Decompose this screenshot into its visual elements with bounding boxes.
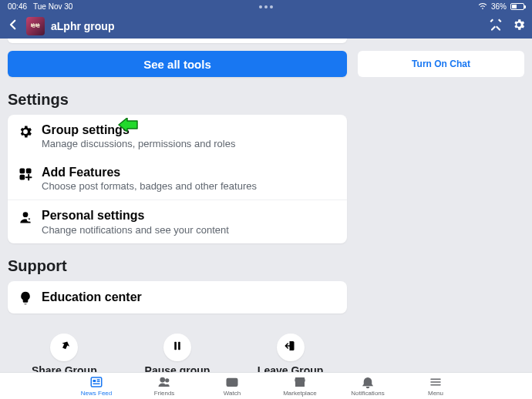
nav-watch[interactable]: Watch (209, 375, 255, 397)
svg-rect-8 (93, 380, 96, 382)
group-settings-title: Group settings (42, 122, 235, 137)
education-center-title: Education center (42, 290, 142, 304)
back-button[interactable] (6, 18, 20, 35)
nav-friends[interactable]: Friends (141, 375, 187, 397)
pause-group-button[interactable]: Pause group (131, 334, 224, 377)
svg-rect-1 (26, 169, 32, 174)
battery-pct: 36% (491, 2, 507, 11)
app-header: 哈哈 aLphr group (0, 13, 532, 39)
battery-icon (510, 3, 524, 10)
nav-marketplace-label: Marketplace (283, 390, 317, 397)
bottom-nav: News Feed Friends Watch Marketplace Noti… (0, 372, 532, 399)
add-features-title: Add Features (42, 165, 257, 179)
bell-icon (361, 375, 375, 389)
leave-group-button[interactable]: Leave Group (244, 334, 337, 377)
share-group-button[interactable]: Share Group (18, 334, 110, 377)
nav-watch-label: Watch (224, 390, 241, 397)
group-settings-subtitle: Manage discussions, permissions and role… (42, 138, 235, 149)
svg-rect-6 (178, 341, 180, 350)
svg-rect-0 (20, 169, 25, 174)
share-icon (57, 339, 71, 356)
add-features-subtitle: Choose post formats, badges and other fe… (42, 180, 257, 192)
svg-point-13 (166, 379, 169, 382)
status-time: 00:46 (8, 2, 27, 11)
add-features-icon (17, 165, 34, 182)
support-heading: Support (8, 257, 347, 275)
nav-news-feed-label: News Feed (81, 390, 112, 397)
leave-icon (284, 339, 298, 356)
wifi-icon (478, 2, 487, 12)
gear-icon (17, 122, 34, 139)
nav-menu[interactable]: Menu (412, 375, 459, 397)
nav-friends-label: Friends (154, 390, 175, 397)
pause-icon (170, 339, 184, 356)
personal-icon (17, 208, 34, 225)
nav-menu-label: Menu (428, 390, 443, 397)
add-features-row[interactable]: Add Features Choose post formats, badges… (8, 157, 347, 200)
turn-on-chat-button[interactable]: Turn On Chat (358, 51, 524, 77)
group-avatar[interactable]: 哈哈 (26, 17, 45, 35)
news-feed-icon (89, 375, 103, 389)
nav-marketplace[interactable]: Marketplace (277, 375, 323, 397)
settings-gear-icon[interactable] (512, 18, 526, 35)
marketplace-icon (293, 375, 307, 389)
see-all-tools-button[interactable]: See all tools (8, 51, 347, 77)
friends-icon (157, 375, 171, 389)
status-date: Tue Nov 30 (33, 2, 72, 11)
personal-settings-title: Personal settings (42, 208, 229, 223)
nav-notifications-label: Notifications (351, 390, 385, 397)
svg-point-3 (23, 213, 29, 218)
personal-settings-row[interactable]: Personal settings Change notifications a… (8, 200, 347, 243)
svg-point-12 (160, 377, 164, 381)
multitask-dots (259, 5, 273, 8)
nav-news-feed[interactable]: News Feed (73, 375, 120, 397)
personal-settings-subtitle: Change notifications and see your conten… (42, 224, 229, 236)
group-settings-row[interactable]: Group settings Manage discussions, permi… (8, 115, 347, 157)
menu-icon (429, 375, 443, 389)
header-title: aLphr group (51, 20, 114, 32)
settings-heading: Settings (8, 91, 347, 109)
watch-icon (225, 375, 239, 389)
tools-icon[interactable] (489, 18, 503, 35)
nav-notifications[interactable]: Notifications (345, 375, 391, 397)
svg-rect-2 (20, 175, 25, 180)
svg-rect-7 (91, 377, 102, 387)
svg-rect-5 (174, 341, 177, 350)
previous-card-peek (8, 39, 347, 43)
education-center-row[interactable]: Education center (8, 281, 347, 314)
status-bar: 00:46 Tue Nov 30 36% (0, 0, 532, 13)
lightbulb-icon (17, 289, 34, 306)
